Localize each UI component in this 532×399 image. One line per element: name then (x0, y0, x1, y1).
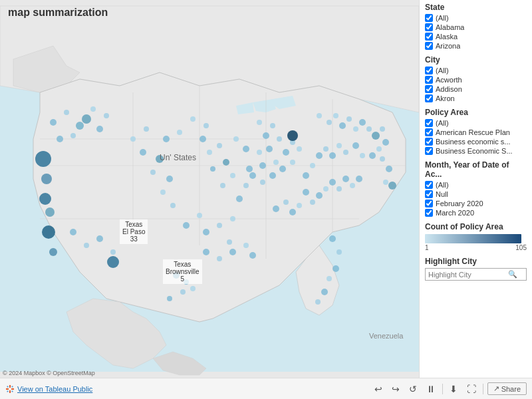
month-all-checkbox[interactable] (425, 181, 433, 189)
svg-point-57 (236, 196, 243, 202)
svg-point-49 (223, 159, 229, 166)
svg-rect-133 (6, 388, 9, 390)
svg-point-50 (230, 173, 235, 178)
svg-point-88 (380, 126, 385, 132)
svg-point-87 (372, 132, 380, 140)
share-button[interactable]: ↗ Share (487, 382, 527, 395)
svg-point-77 (290, 160, 295, 165)
svg-point-59 (246, 166, 253, 172)
svg-point-111 (342, 176, 349, 182)
state-alabama-checkbox[interactable] (425, 23, 433, 31)
pause-button[interactable]: ⏸ (424, 382, 438, 396)
state-filter-all[interactable]: (All) (425, 14, 527, 22)
month-all-label: (All) (436, 181, 449, 189)
svg-point-105 (303, 189, 309, 196)
svg-point-18 (41, 174, 52, 184)
main-container: map summarization (0, 0, 532, 399)
svg-point-120 (332, 265, 339, 272)
policy-american-rescue[interactable]: American Rescue Plan (425, 128, 527, 136)
state-arizona-checkbox[interactable] (425, 42, 433, 50)
svg-text:Venezuela: Venezuela (369, 332, 404, 340)
brownsville-label: TexasBrownsville5 (163, 259, 202, 284)
month-feb-2020-checkbox[interactable] (425, 200, 433, 207)
city-addison-checkbox[interactable] (425, 85, 433, 93)
svg-point-116 (289, 209, 296, 215)
svg-point-82 (339, 122, 346, 129)
redo-button[interactable]: ↪ (389, 382, 402, 396)
highlight-city-input-wrap: 🔍 (425, 268, 527, 281)
revert-button[interactable]: ↺ (406, 382, 420, 396)
city-filter-acworth[interactable]: Acworth (425, 76, 527, 84)
el-paso-label: TexasEl Paso33 (120, 219, 148, 244)
month-mar-2020[interactable]: March 2020 (425, 209, 527, 217)
city-acworth-checkbox[interactable] (425, 76, 433, 84)
svg-point-60 (233, 136, 239, 142)
svg-point-90 (376, 146, 382, 152)
policy-business-economic-s-checkbox[interactable] (425, 147, 433, 155)
svg-point-58 (243, 183, 249, 188)
svg-point-69 (273, 160, 279, 165)
svg-point-125 (217, 256, 222, 261)
month-null[interactable]: Null (425, 190, 527, 198)
policy-business-economic-s[interactable]: Business Economic S... (425, 147, 527, 155)
svg-point-13 (82, 114, 91, 124)
policy-business-econ-s-checkbox[interactable] (425, 138, 433, 146)
month-feb-2020[interactable]: February 2020 (425, 200, 527, 207)
svg-rect-134 (11, 388, 14, 390)
state-alaska-checkbox[interactable] (425, 33, 433, 41)
svg-point-76 (279, 166, 286, 172)
svg-point-100 (329, 152, 336, 159)
view-on-tableau-link[interactable]: View on Tableau Public (17, 385, 92, 393)
svg-point-107 (316, 192, 323, 199)
svg-point-121 (327, 276, 332, 281)
svg-point-46 (207, 150, 212, 155)
download-button[interactable]: ⬇ (447, 382, 460, 396)
svg-point-23 (70, 229, 76, 235)
month-all[interactable]: (All) (425, 181, 527, 189)
svg-point-21 (42, 225, 55, 239)
svg-point-64 (270, 123, 275, 128)
policy-all-checkbox[interactable] (425, 119, 433, 127)
city-filter-addison[interactable]: Addison (425, 85, 527, 93)
svg-point-52 (183, 222, 190, 229)
svg-point-128 (249, 252, 256, 259)
svg-point-14 (96, 126, 103, 132)
state-all-checkbox[interactable] (425, 14, 433, 22)
map-section: map summarization (0, 0, 419, 378)
svg-point-102 (343, 150, 348, 155)
state-filter-arizona[interactable]: Arizona (425, 42, 527, 50)
svg-point-75 (269, 172, 276, 179)
svg-point-115 (283, 200, 289, 205)
policy-american-rescue-checkbox[interactable] (425, 128, 433, 136)
highlight-city-section: Highlight City 🔍 (425, 257, 527, 281)
fullscreen-button[interactable]: ⛶ (464, 382, 479, 396)
city-akron-checkbox[interactable] (425, 94, 433, 102)
svg-point-39 (160, 190, 166, 195)
city-filter-title: City (425, 55, 527, 65)
highlight-city-input[interactable] (428, 271, 508, 279)
svg-point-29 (180, 289, 186, 295)
state-filter-alaska[interactable]: Alaska (425, 33, 527, 41)
policy-all-label: (All) (436, 119, 449, 127)
svg-point-84 (353, 126, 358, 132)
city-filter-akron[interactable]: Akron (425, 94, 527, 102)
month-mar-2020-checkbox[interactable] (425, 209, 433, 217)
svg-point-126 (229, 249, 236, 255)
policy-area-filter-title: Policy Area (425, 108, 527, 117)
policy-all[interactable]: (All) (425, 119, 527, 127)
policy-business-econ-s[interactable]: Business economic s... (425, 138, 527, 146)
svg-point-117 (297, 203, 302, 208)
undo-button[interactable]: ↩ (372, 382, 385, 396)
city-filter-all[interactable]: (All) (425, 66, 527, 74)
svg-point-85 (359, 119, 366, 126)
svg-rect-138 (12, 390, 13, 392)
svg-point-16 (90, 106, 96, 112)
city-all-checkbox[interactable] (425, 66, 433, 74)
bottom-bar: View on Tableau Public ↩ ↪ ↺ ⏸ ⬇ ⛶ ↗ Sha… (0, 378, 532, 399)
svg-point-41 (163, 136, 170, 142)
svg-point-22 (49, 248, 57, 256)
svg-point-97 (310, 163, 315, 168)
month-null-checkbox[interactable] (425, 190, 433, 198)
search-icon[interactable]: 🔍 (508, 270, 517, 279)
state-filter-alabama[interactable]: Alabama (425, 23, 527, 31)
